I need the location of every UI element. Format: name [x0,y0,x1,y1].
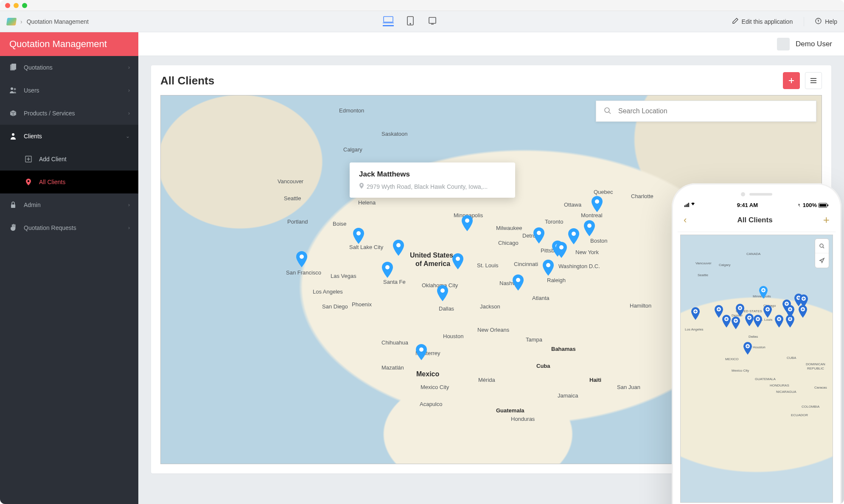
phone-map-pin[interactable] [758,328,767,342]
svg-rect-32 [686,204,687,207]
sidebar-item-admin[interactable]: Admin› [0,193,138,216]
svg-point-18 [440,288,445,293]
svg-point-28 [595,199,599,204]
pin-icon [25,178,32,186]
phone-status-bar: 9:41 AM 100% [678,199,836,211]
phone-map-pin[interactable] [803,318,812,332]
svg-point-22 [537,231,541,235]
client-tooltip[interactable]: Jack Matthews 2979 Wyth Road, Black Hawk… [350,162,515,198]
phone-back-button[interactable]: ‹ [684,215,687,226]
map-city-label: Seattle [284,195,301,202]
map-client-pin[interactable] [421,360,433,372]
svg-point-8 [14,88,16,90]
breadcrumb: › Quotation Management [7,18,89,25]
map-client-pin[interactable] [443,301,454,313]
brand-title: Quotation Management [0,32,138,56]
help-button[interactable]: Help [815,18,837,25]
map-client-pin[interactable] [574,244,586,256]
phone-locate-button[interactable] [815,253,829,268]
svg-point-23 [546,263,550,267]
toolbar-separator [804,17,804,26]
map-city-label: Guatemala [496,407,524,414]
edit-application-button[interactable]: Edit this application [732,18,793,25]
map-city-label: Jackson [480,303,500,310]
app-logo-icon[interactable] [6,18,17,25]
map-client-pin[interactable] [518,291,530,302]
tooltip-address: 2979 Wyth Road, Black Hawk County, Iowa,… [359,183,506,190]
phone-map-pin[interactable] [726,328,736,342]
map-city-label: Charlotte [631,193,653,199]
phone-map-pin[interactable] [748,355,757,369]
phone-map-label: ECUADOR [791,413,808,417]
macos-titlebar [0,0,844,11]
desktop-preview-button[interactable] [383,17,394,26]
map-city-label: Calgary [343,146,362,153]
chevron-right-icon: › [128,110,130,116]
search-location-input[interactable] [617,107,808,115]
phone-map-pin[interactable] [779,328,788,342]
search-location-box[interactable] [596,101,816,122]
map-client-pin[interactable] [597,212,609,224]
sidebar-subitem-allclients[interactable]: All Clients [0,171,138,193]
phone-search-button[interactable] [815,239,829,253]
map-client-pin[interactable] [589,236,601,248]
phone-map[interactable]: CANADAVancouverCalgarySeattleUNITED STAT… [680,235,833,503]
map-city-label: Houston [443,333,463,339]
mobile-preview-button[interactable] [427,17,438,26]
map-city-label: Atlanta [532,295,549,301]
svg-point-15 [356,231,361,235]
map-client-pin[interactable] [398,256,410,268]
map-city-label: Milwaukee [496,225,522,231]
phone-map-pin[interactable] [749,326,759,340]
map-city-label: Honduras [511,416,535,422]
phone-add-button[interactable]: + [823,213,830,227]
tablet-preview-button[interactable] [405,17,416,26]
map-city-label: Toronto [545,218,563,225]
phone-map-controls [815,238,829,268]
chevron-right-icon: › [128,64,130,70]
more-options-button[interactable] [805,72,822,89]
map-city-label: Los Angeles [313,288,343,295]
maximize-window-button[interactable] [22,3,27,8]
map-client-pin[interactable] [302,267,314,279]
map-client-pin[interactable] [467,231,479,243]
avatar[interactable] [777,38,790,50]
phone-map-label: REPUBLIC [807,367,824,370]
help-icon [815,18,822,25]
map-client-pin[interactable] [387,278,399,290]
phone-map-label: COLOMBIA [802,405,819,409]
svg-point-29 [419,347,423,352]
toolbar-actions: Edit this application Help [732,17,837,26]
sidebar-subitem-addclient[interactable]: Add Client [0,148,138,171]
sidebar-item-products[interactable]: Products / Services› [0,102,138,125]
pin-icon [359,183,364,190]
svg-point-25 [559,245,564,249]
sidebar-item-quoterequests[interactable]: Quotation Requests› [0,216,138,239]
users-icon [9,87,17,94]
add-record-button[interactable] [783,72,800,89]
chevron-right-icon: › [128,202,130,208]
phone-map-label: NICARAGUA [776,390,796,394]
phone-map-pin[interactable] [695,320,705,334]
main: Demo User All Clients [138,32,844,504]
map-client-pin[interactable] [359,244,370,256]
user-name[interactable]: Demo User [796,40,832,48]
map-city-label: of America [415,260,450,268]
sidebar-item-clients[interactable]: Clients⌄ [0,125,138,148]
map-client-pin[interactable] [561,258,573,270]
phone-map-pin[interactable] [790,318,799,332]
phone-map-pin[interactable] [736,329,745,343]
sidebar-item-quotations[interactable]: Quotations› [0,56,138,79]
sidebar-item-label: Quotations [24,64,53,71]
close-window-button[interactable] [5,3,10,8]
sidebar-item-users[interactable]: Users› [0,79,138,102]
map-city-label: Jamaica [558,392,578,399]
map-city-label: Acapulco [420,401,442,407]
sidebar-item-label: Admin [24,202,41,208]
minimize-window-button[interactable] [14,3,19,8]
svg-point-19 [456,257,460,261]
breadcrumb-app[interactable]: Quotation Management [27,18,89,25]
map-client-pin[interactable] [539,244,551,255]
map-client-pin[interactable] [548,276,560,288]
map-client-pin[interactable] [458,269,470,281]
